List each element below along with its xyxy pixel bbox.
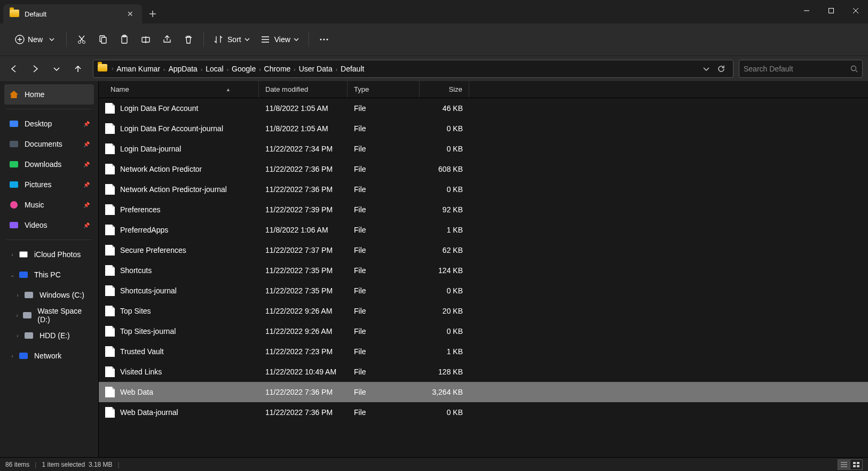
up-button[interactable] (68, 59, 88, 78)
sidebar-item[interactable]: Downloads📌 (4, 154, 94, 174)
file-row[interactable]: Login Data For Account-journal 11/8/2022… (99, 118, 868, 139)
chevron-right-icon[interactable]: › (14, 292, 21, 298)
sort-button[interactable]: Sort (208, 29, 255, 50)
column-header-date[interactable]: Date modified (259, 81, 348, 98)
file-size: 62 KB (420, 246, 469, 254)
file-row[interactable]: Login Data-journal 11/22/2022 7:34 PM Fi… (99, 139, 868, 159)
sidebar-item[interactable]: ⌄This PC (4, 265, 94, 285)
expand-toggle-icon[interactable]: ⌄ (9, 272, 16, 278)
file-row[interactable]: Login Data For Account 11/8/2022 1:05 AM… (99, 98, 868, 118)
recent-locations-button[interactable] (47, 59, 66, 78)
sidebar-item-drive[interactable]: ›Waste Space (D:) (4, 305, 94, 325)
sidebar-item-network[interactable]: › Network (4, 346, 94, 366)
sidebar-item[interactable]: Pictures📌 (4, 174, 94, 195)
file-row[interactable]: Top Sites-journal 11/22/2022 9:26 AM Fil… (99, 321, 868, 341)
column-header-size[interactable]: Size (420, 81, 469, 98)
file-row[interactable]: Shortcuts-journal 11/22/2022 7:35 PM Fil… (99, 281, 868, 301)
tab[interactable]: Default ✕ (3, 4, 142, 23)
thumbnails-view-button[interactable] (850, 459, 863, 470)
sidebar-item[interactable]: ›iCloud Photos (4, 244, 94, 265)
close-window-button[interactable] (843, 2, 868, 19)
chevron-right-icon[interactable]: › (9, 353, 16, 359)
file-date: 11/22/2022 9:26 AM (259, 307, 348, 315)
maximize-button[interactable] (819, 2, 843, 19)
search-input[interactable] (744, 65, 850, 73)
cut-button[interactable] (71, 29, 92, 50)
search-icon (850, 65, 858, 73)
breadcrumb-segment[interactable]: Default (338, 65, 366, 73)
pin-icon: 📌 (83, 222, 90, 228)
status-item-count: 86 items (5, 461, 29, 468)
svg-rect-13 (853, 462, 856, 464)
details-view-button[interactable] (838, 459, 850, 470)
refresh-button[interactable] (714, 61, 729, 76)
sidebar-item-drive[interactable]: ›HDD (E:) (4, 325, 94, 346)
sidebar-item[interactable]: Music📌 (4, 195, 94, 215)
file-row[interactable]: Network Action Predictor 11/22/2022 7:36… (99, 159, 868, 179)
breadcrumb-segment[interactable]: Aman Kumar (114, 65, 162, 73)
chevron-right-icon[interactable]: › (14, 313, 20, 318)
pin-icon: 📌 (83, 182, 90, 188)
expand-toggle-icon[interactable]: › (9, 252, 16, 258)
minimize-button[interactable] (794, 2, 819, 19)
file-size: 128 KB (420, 368, 469, 376)
file-type: File (348, 226, 420, 234)
breadcrumb-segment[interactable]: Google (230, 65, 258, 73)
rename-button[interactable] (135, 29, 156, 50)
file-row[interactable]: Visited Links 11/22/2022 10:49 AM File 1… (99, 362, 868, 382)
paste-button[interactable] (114, 29, 135, 50)
new-tab-button[interactable] (142, 2, 163, 26)
chevron-right-icon[interactable]: › (14, 333, 21, 339)
search-box[interactable] (739, 60, 863, 78)
file-row[interactable]: Trusted Vault 11/22/2022 7:23 PM File 1 … (99, 341, 868, 362)
forward-button[interactable] (26, 59, 45, 78)
file-date: 11/8/2022 1:06 AM (259, 226, 348, 234)
file-icon (105, 306, 115, 316)
more-button[interactable] (313, 29, 335, 50)
file-rows[interactable]: Login Data For Account 11/8/2022 1:05 AM… (99, 98, 868, 457)
file-row[interactable]: Secure Preferences 11/22/2022 7:37 PM Fi… (99, 240, 868, 260)
column-header-name[interactable]: Name ▲ (99, 81, 259, 98)
pin-icon: 📌 (83, 202, 90, 208)
file-row[interactable]: Network Action Predictor-journal 11/22/2… (99, 179, 868, 199)
column-header-type[interactable]: Type (348, 81, 420, 98)
sidebar-item-label: Downloads (25, 160, 61, 169)
address-bar[interactable]: › Aman Kumar›AppData›Local›Google›Chrome… (93, 60, 733, 78)
svg-rect-15 (853, 465, 856, 467)
close-tab-button[interactable]: ✕ (125, 10, 136, 18)
breadcrumb-segment[interactable]: Local (203, 65, 225, 73)
breadcrumb-segment[interactable]: Chrome (262, 65, 293, 73)
file-type: File (348, 104, 420, 113)
new-button[interactable]: New (7, 29, 62, 50)
file-row[interactable]: PreferredApps 11/8/2022 1:06 AM File 1 K… (99, 220, 868, 240)
copy-button[interactable] (92, 29, 114, 50)
breadcrumb-segment[interactable]: AppData (166, 65, 199, 73)
file-row[interactable]: Web Data-journal 11/22/2022 7:36 PM File… (99, 402, 868, 422)
file-type: File (348, 327, 420, 336)
breadcrumb-segment[interactable]: User Data (297, 65, 335, 73)
sidebar-item[interactable]: Videos📌 (4, 215, 94, 235)
sidebar-item[interactable]: Desktop📌 (4, 114, 94, 134)
file-row[interactable]: Web Data 11/22/2022 7:36 PM File 3,264 K… (99, 382, 868, 402)
file-type: File (348, 246, 420, 254)
file-date: 11/22/2022 7:36 PM (259, 388, 348, 396)
delete-button[interactable] (178, 29, 199, 50)
view-mode-toggle (838, 459, 863, 470)
sidebar-item-label: Music (25, 201, 44, 209)
file-row[interactable]: Preferences 11/22/2022 7:39 PM File 92 K… (99, 199, 868, 220)
sidebar-item-home[interactable]: Home (4, 84, 94, 105)
file-size: 0 KB (420, 145, 469, 153)
group-icon (18, 269, 29, 280)
folder-icon (9, 139, 19, 149)
address-dropdown-button[interactable] (699, 61, 714, 76)
share-button[interactable] (156, 29, 178, 50)
navigation-pane[interactable]: Home Desktop📌Documents📌Downloads📌Picture… (0, 81, 98, 457)
view-button[interactable]: View (255, 29, 304, 50)
back-button[interactable] (4, 59, 23, 78)
new-button-label: New (28, 35, 43, 44)
sidebar-item[interactable]: Documents📌 (4, 134, 94, 154)
file-row[interactable]: Top Sites 11/22/2022 9:26 AM File 20 KB (99, 301, 868, 321)
file-name: Top Sites-journal (120, 327, 176, 336)
file-row[interactable]: Shortcuts 11/22/2022 7:35 PM File 124 KB (99, 260, 868, 281)
sidebar-item-drive[interactable]: ›Windows (C:) (4, 285, 94, 305)
